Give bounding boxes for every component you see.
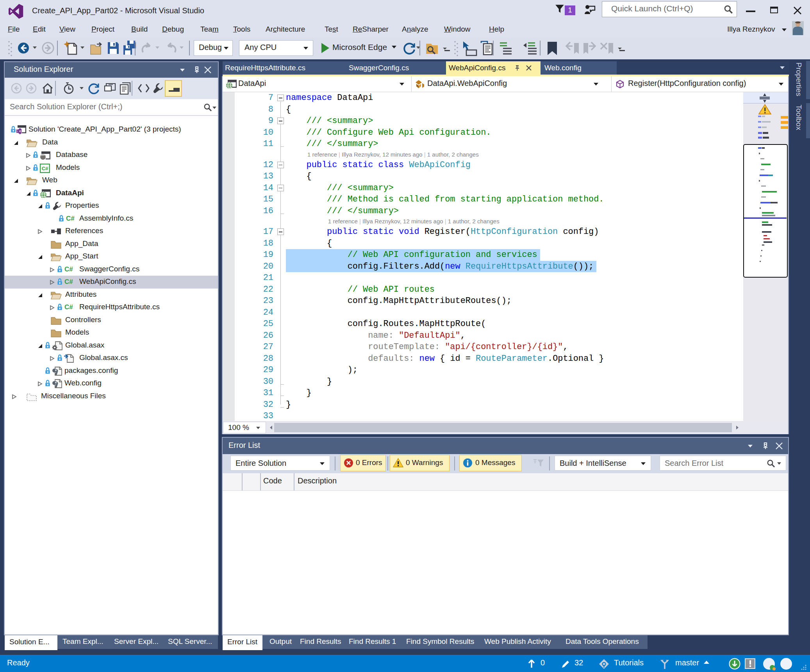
svg-text:C#: C# [42, 166, 48, 171]
